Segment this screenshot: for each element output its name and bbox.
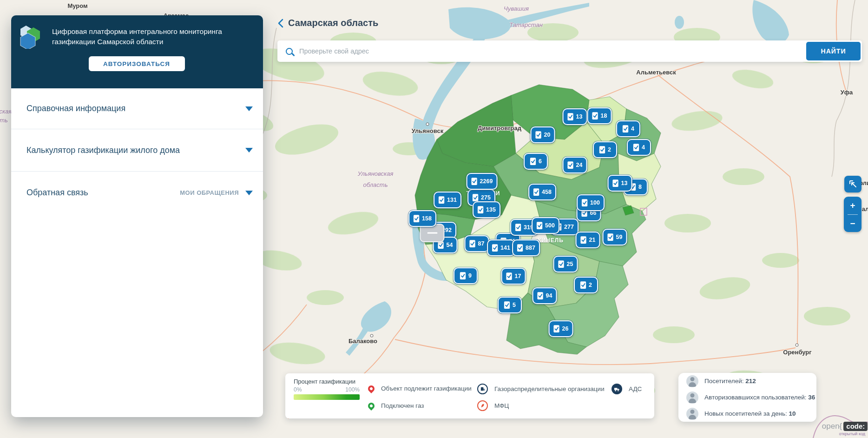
district-marker[interactable]: 5 bbox=[498, 297, 522, 313]
user-avatar-icon bbox=[686, 408, 698, 420]
opencode-attribution[interactable]: open{ code: } открытый код bbox=[822, 422, 868, 436]
document-check-icon bbox=[504, 301, 510, 309]
marker-count: 94 bbox=[546, 292, 552, 299]
marker-count: 20 bbox=[544, 132, 551, 138]
sidebar-header: Цифровая платформа интегрального монитор… bbox=[11, 15, 263, 88]
sidebar-item-label: Обратная связь bbox=[26, 188, 88, 198]
marker-count: 131 bbox=[447, 197, 457, 203]
district-marker[interactable]: 2 bbox=[574, 277, 598, 293]
marker-count: 2 bbox=[589, 282, 592, 288]
district-marker[interactable]: 9 bbox=[454, 267, 478, 284]
district-marker[interactable]: 500 bbox=[532, 217, 559, 234]
document-check-icon bbox=[599, 146, 605, 154]
marker-count: 24 bbox=[576, 162, 583, 168]
district-marker[interactable]: 20 bbox=[531, 126, 555, 143]
search-button[interactable]: НАЙТИ bbox=[806, 42, 861, 60]
marker-count: 13 bbox=[576, 113, 583, 120]
search-icon bbox=[286, 48, 293, 55]
chevron-down-icon[interactable] bbox=[245, 106, 253, 111]
district-marker[interactable]: 887 bbox=[512, 239, 540, 256]
marker-count: 5 bbox=[513, 302, 516, 308]
district-marker[interactable]: 59 bbox=[603, 229, 627, 246]
document-check-icon bbox=[492, 244, 498, 252]
app-title: Цифровая платформа интегрального монитор… bbox=[52, 24, 252, 47]
back-chevron-icon[interactable] bbox=[278, 19, 283, 28]
district-marker[interactable]: 13 bbox=[608, 175, 632, 192]
gradient-min: 0% bbox=[294, 386, 302, 393]
search-input[interactable] bbox=[293, 47, 806, 55]
district-marker[interactable]: 6 bbox=[524, 153, 548, 170]
district-marker[interactable]: 26 bbox=[549, 320, 573, 337]
district-marker[interactable]: 17 bbox=[501, 268, 526, 285]
district-marker[interactable]: 18 bbox=[587, 107, 612, 124]
district-marker[interactable]: 135 bbox=[473, 201, 500, 218]
document-check-icon bbox=[506, 272, 513, 280]
sidebar-item-label: Справочная информация bbox=[26, 104, 125, 113]
marker-count: 54 bbox=[447, 242, 453, 248]
gradient-title: Процент газификации bbox=[294, 378, 360, 385]
stat-value: 36 bbox=[808, 394, 815, 401]
gas-organization-icon bbox=[477, 384, 488, 394]
document-check-icon bbox=[438, 196, 445, 204]
marker-count: 887 bbox=[526, 245, 535, 251]
marker-count: 9 bbox=[468, 272, 472, 279]
region-breadcrumb[interactable]: Самарская область bbox=[278, 18, 378, 28]
legend-item-mfc: МФЦ bbox=[477, 400, 509, 411]
sidebar-item-gasification-calculator[interactable]: Калькулятор газификации жилого дома bbox=[11, 129, 263, 171]
district-marker[interactable]: 100 bbox=[577, 194, 605, 211]
stat-row-visitors: Посетителей: 212 bbox=[686, 375, 816, 387]
green-pin-icon bbox=[367, 401, 376, 411]
marker-count: 59 bbox=[616, 234, 623, 240]
sidebar-item-label: Калькулятор газификации жилого дома bbox=[26, 146, 180, 155]
search-bar: НАЙТИ bbox=[277, 40, 862, 62]
zoom-out-button[interactable]: − bbox=[844, 215, 861, 232]
zoom-control: + − bbox=[844, 197, 861, 232]
district-marker[interactable]: 21 bbox=[576, 232, 600, 248]
marker-count: 458 bbox=[542, 189, 552, 195]
district-marker[interactable]: 87 bbox=[465, 235, 489, 252]
sidebar-item-feedback[interactable]: Обратная связь МОИ ОБРАЩЕНИЯ bbox=[11, 171, 263, 214]
app-root: МуромАрзамасЧувашияТатарстанАльметьевскУ… bbox=[0, 0, 868, 438]
district-marker[interactable]: 2269 bbox=[467, 173, 498, 190]
document-check-icon bbox=[533, 188, 539, 196]
fit-corner-icon bbox=[848, 179, 858, 189]
district-marker[interactable]: 131 bbox=[434, 192, 461, 208]
district-marker[interactable]: 13 bbox=[563, 108, 587, 125]
sidebar-item-reference-info[interactable]: Справочная информация bbox=[11, 88, 263, 129]
district-marker[interactable]: 25 bbox=[553, 256, 578, 272]
document-check-icon bbox=[581, 199, 588, 207]
marker-count: 87 bbox=[478, 240, 485, 247]
document-check-icon bbox=[580, 281, 586, 289]
district-marker[interactable]: 458 bbox=[528, 184, 556, 200]
district-marker[interactable]: 24 bbox=[563, 157, 587, 173]
authorize-button[interactable]: АВТОРИЗОВАТЬСЯ bbox=[89, 56, 185, 71]
document-check-icon bbox=[592, 112, 598, 120]
district-marker[interactable]: 4 bbox=[616, 120, 640, 137]
marker-count: 6 bbox=[539, 158, 542, 165]
document-check-icon bbox=[469, 239, 476, 248]
marker-count: 26 bbox=[562, 325, 569, 332]
fit-region-button[interactable] bbox=[844, 176, 861, 192]
visitors-stats-panel: Посетителей: 212 Авторизовавшихся пользо… bbox=[678, 373, 816, 422]
document-check-icon bbox=[612, 179, 619, 187]
chevron-down-icon[interactable] bbox=[245, 148, 253, 153]
app-logo bbox=[20, 24, 41, 49]
my-requests-link[interactable]: МОИ ОБРАЩЕНИЯ bbox=[180, 189, 239, 196]
document-check-icon bbox=[567, 113, 574, 121]
marker-count: 2269 bbox=[480, 178, 493, 185]
district-marker[interactable]: 141 bbox=[487, 239, 515, 256]
district-marker[interactable]: 2 bbox=[593, 141, 617, 158]
document-check-icon bbox=[517, 244, 523, 252]
legend-item-object: Объект подлежит газификации bbox=[368, 385, 472, 392]
document-check-icon bbox=[536, 221, 543, 230]
zoom-in-button[interactable]: + bbox=[844, 197, 861, 214]
user-avatar-icon bbox=[686, 392, 698, 404]
chevron-down-icon[interactable] bbox=[245, 191, 253, 195]
marker-count: 135 bbox=[486, 206, 496, 213]
district-marker[interactable]: 94 bbox=[533, 287, 557, 304]
document-check-icon bbox=[530, 157, 536, 166]
district-marker[interactable]: 158 bbox=[408, 210, 436, 227]
legend-item-gro: Газораспределительные организации bbox=[477, 384, 605, 394]
district-marker[interactable]: 4 bbox=[627, 139, 651, 156]
stat-value: 10 bbox=[789, 410, 796, 417]
